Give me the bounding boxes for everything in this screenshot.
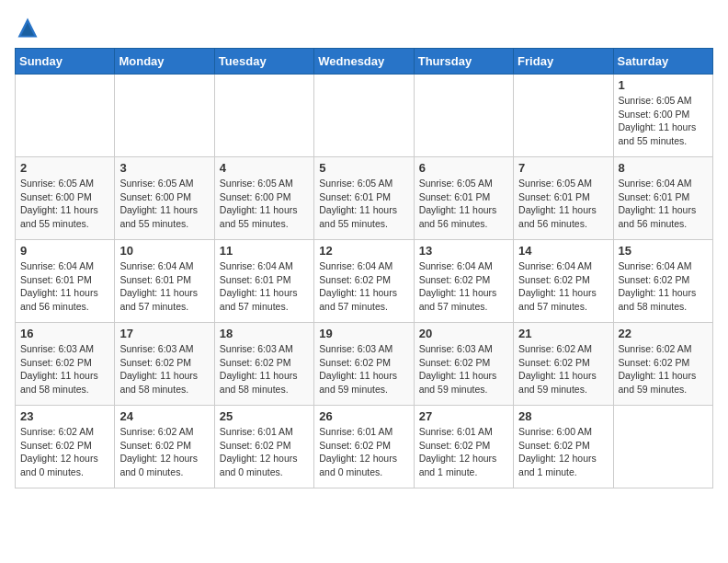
day-number: 27 xyxy=(419,409,508,423)
calendar-cell: 23Sunrise: 6:02 AM Sunset: 6:02 PM Dayli… xyxy=(16,406,115,488)
day-number: 8 xyxy=(619,161,708,175)
calendar-cell: 20Sunrise: 6:03 AM Sunset: 6:02 PM Dayli… xyxy=(414,323,513,406)
day-info: Sunrise: 6:05 AM Sunset: 6:00 PM Dayligh… xyxy=(20,177,109,231)
calendar-cell: 21Sunrise: 6:02 AM Sunset: 6:02 PM Dayli… xyxy=(514,323,613,406)
day-info: Sunrise: 6:04 AM Sunset: 6:01 PM Dayligh… xyxy=(220,259,309,314)
day-info: Sunrise: 6:02 AM Sunset: 6:02 PM Dayligh… xyxy=(619,342,708,396)
day-number: 15 xyxy=(619,244,708,258)
calendar-cell: 12Sunrise: 6:04 AM Sunset: 6:02 PM Dayli… xyxy=(314,240,414,323)
weekday-header-monday: Monday xyxy=(115,49,214,75)
day-number: 26 xyxy=(319,409,408,423)
calendar-cell: 17Sunrise: 6:03 AM Sunset: 6:02 PM Dayli… xyxy=(115,323,214,406)
day-info: Sunrise: 6:01 AM Sunset: 6:02 PM Dayligh… xyxy=(419,425,508,479)
calendar-cell: 1Sunrise: 6:05 AM Sunset: 6:00 PM Daylig… xyxy=(613,75,712,157)
day-info: Sunrise: 6:01 AM Sunset: 6:02 PM Dayligh… xyxy=(220,425,309,479)
calendar-cell xyxy=(314,75,414,157)
day-info: Sunrise: 6:03 AM Sunset: 6:02 PM Dayligh… xyxy=(20,342,109,396)
week-row-1: 1Sunrise: 6:05 AM Sunset: 6:00 PM Daylig… xyxy=(16,75,713,157)
day-info: Sunrise: 6:04 AM Sunset: 6:02 PM Dayligh… xyxy=(419,259,508,314)
weekday-header-saturday: Saturday xyxy=(613,49,712,75)
calendar-cell: 24Sunrise: 6:02 AM Sunset: 6:02 PM Dayli… xyxy=(115,406,214,488)
calendar-cell xyxy=(214,75,313,157)
logo xyxy=(15,15,44,40)
weekday-header-row: SundayMondayTuesdayWednesdayThursdayFrid… xyxy=(16,49,713,75)
calendar-cell xyxy=(613,406,712,488)
day-number: 4 xyxy=(220,161,309,175)
day-info: Sunrise: 6:00 AM Sunset: 6:02 PM Dayligh… xyxy=(518,425,608,479)
day-number: 21 xyxy=(518,327,608,340)
calendar-cell: 10Sunrise: 6:04 AM Sunset: 6:01 PM Dayli… xyxy=(115,240,214,323)
day-number: 11 xyxy=(220,244,309,258)
day-info: Sunrise: 6:05 AM Sunset: 6:00 PM Dayligh… xyxy=(119,177,209,231)
day-info: Sunrise: 6:02 AM Sunset: 6:02 PM Dayligh… xyxy=(119,425,209,479)
day-number: 3 xyxy=(119,161,209,175)
week-row-3: 9Sunrise: 6:04 AM Sunset: 6:01 PM Daylig… xyxy=(16,240,713,323)
weekday-header-wednesday: Wednesday xyxy=(314,49,414,75)
day-info: Sunrise: 6:05 AM Sunset: 6:01 PM Dayligh… xyxy=(419,177,508,231)
day-number: 7 xyxy=(518,161,608,175)
day-info: Sunrise: 6:05 AM Sunset: 6:01 PM Dayligh… xyxy=(319,177,408,231)
day-number: 6 xyxy=(419,161,508,175)
day-info: Sunrise: 6:04 AM Sunset: 6:02 PM Dayligh… xyxy=(518,259,608,314)
day-info: Sunrise: 6:04 AM Sunset: 6:01 PM Dayligh… xyxy=(119,259,209,314)
calendar-cell: 2Sunrise: 6:05 AM Sunset: 6:00 PM Daylig… xyxy=(16,157,115,240)
day-info: Sunrise: 6:05 AM Sunset: 6:00 PM Dayligh… xyxy=(619,94,708,148)
week-row-4: 16Sunrise: 6:03 AM Sunset: 6:02 PM Dayli… xyxy=(16,323,713,406)
day-number: 22 xyxy=(619,327,708,340)
calendar-cell: 5Sunrise: 6:05 AM Sunset: 6:01 PM Daylig… xyxy=(314,157,414,240)
calendar-cell: 9Sunrise: 6:04 AM Sunset: 6:01 PM Daylig… xyxy=(16,240,115,323)
weekday-header-sunday: Sunday xyxy=(16,49,115,75)
calendar-cell xyxy=(115,75,214,157)
calendar-cell: 11Sunrise: 6:04 AM Sunset: 6:01 PM Dayli… xyxy=(214,240,313,323)
calendar-cell: 14Sunrise: 6:04 AM Sunset: 6:02 PM Dayli… xyxy=(514,240,613,323)
weekday-header-tuesday: Tuesday xyxy=(214,49,313,75)
day-number: 25 xyxy=(220,409,309,423)
week-row-2: 2Sunrise: 6:05 AM Sunset: 6:00 PM Daylig… xyxy=(16,157,713,240)
calendar-cell: 15Sunrise: 6:04 AM Sunset: 6:02 PM Dayli… xyxy=(613,240,712,323)
calendar-cell: 19Sunrise: 6:03 AM Sunset: 6:02 PM Dayli… xyxy=(314,323,414,406)
day-number: 28 xyxy=(518,409,608,423)
day-number: 2 xyxy=(20,161,109,175)
day-info: Sunrise: 6:03 AM Sunset: 6:02 PM Dayligh… xyxy=(419,342,508,396)
day-info: Sunrise: 6:03 AM Sunset: 6:02 PM Dayligh… xyxy=(220,342,309,396)
weekday-header-thursday: Thursday xyxy=(414,49,513,75)
day-number: 20 xyxy=(419,327,508,340)
calendar-table: SundayMondayTuesdayWednesdayThursdayFrid… xyxy=(15,48,713,488)
day-number: 17 xyxy=(119,327,209,340)
calendar-cell: 26Sunrise: 6:01 AM Sunset: 6:02 PM Dayli… xyxy=(314,406,414,488)
day-number: 16 xyxy=(20,327,109,340)
calendar-cell: 18Sunrise: 6:03 AM Sunset: 6:02 PM Dayli… xyxy=(214,323,313,406)
day-info: Sunrise: 6:02 AM Sunset: 6:02 PM Dayligh… xyxy=(20,425,109,479)
calendar-cell xyxy=(16,75,115,157)
day-info: Sunrise: 6:01 AM Sunset: 6:02 PM Dayligh… xyxy=(319,425,408,479)
day-number: 19 xyxy=(319,327,408,340)
weekday-header-friday: Friday xyxy=(514,49,613,75)
page-header xyxy=(15,15,713,40)
day-info: Sunrise: 6:05 AM Sunset: 6:00 PM Dayligh… xyxy=(220,177,309,231)
day-number: 10 xyxy=(119,244,209,258)
day-number: 18 xyxy=(220,327,309,340)
day-info: Sunrise: 6:04 AM Sunset: 6:01 PM Dayligh… xyxy=(20,259,109,314)
calendar-cell: 25Sunrise: 6:01 AM Sunset: 6:02 PM Dayli… xyxy=(214,406,313,488)
calendar-cell xyxy=(514,75,613,157)
calendar-cell: 8Sunrise: 6:04 AM Sunset: 6:01 PM Daylig… xyxy=(613,157,712,240)
calendar-cell: 13Sunrise: 6:04 AM Sunset: 6:02 PM Dayli… xyxy=(414,240,513,323)
day-info: Sunrise: 6:04 AM Sunset: 6:02 PM Dayligh… xyxy=(319,259,408,314)
day-info: Sunrise: 6:03 AM Sunset: 6:02 PM Dayligh… xyxy=(319,342,408,396)
day-info: Sunrise: 6:02 AM Sunset: 6:02 PM Dayligh… xyxy=(518,342,608,396)
day-info: Sunrise: 6:04 AM Sunset: 6:01 PM Dayligh… xyxy=(619,177,708,231)
calendar-cell: 28Sunrise: 6:00 AM Sunset: 6:02 PM Dayli… xyxy=(514,406,613,488)
calendar-cell: 22Sunrise: 6:02 AM Sunset: 6:02 PM Dayli… xyxy=(613,323,712,406)
logo-icon xyxy=(15,15,40,40)
day-number: 1 xyxy=(619,78,708,92)
day-number: 23 xyxy=(20,409,109,423)
calendar-cell: 6Sunrise: 6:05 AM Sunset: 6:01 PM Daylig… xyxy=(414,157,513,240)
calendar-cell xyxy=(414,75,513,157)
calendar-cell: 27Sunrise: 6:01 AM Sunset: 6:02 PM Dayli… xyxy=(414,406,513,488)
day-number: 9 xyxy=(20,244,109,258)
day-info: Sunrise: 6:04 AM Sunset: 6:02 PM Dayligh… xyxy=(619,259,708,314)
day-number: 5 xyxy=(319,161,408,175)
calendar-cell: 3Sunrise: 6:05 AM Sunset: 6:00 PM Daylig… xyxy=(115,157,214,240)
week-row-5: 23Sunrise: 6:02 AM Sunset: 6:02 PM Dayli… xyxy=(16,406,713,488)
day-number: 24 xyxy=(119,409,209,423)
